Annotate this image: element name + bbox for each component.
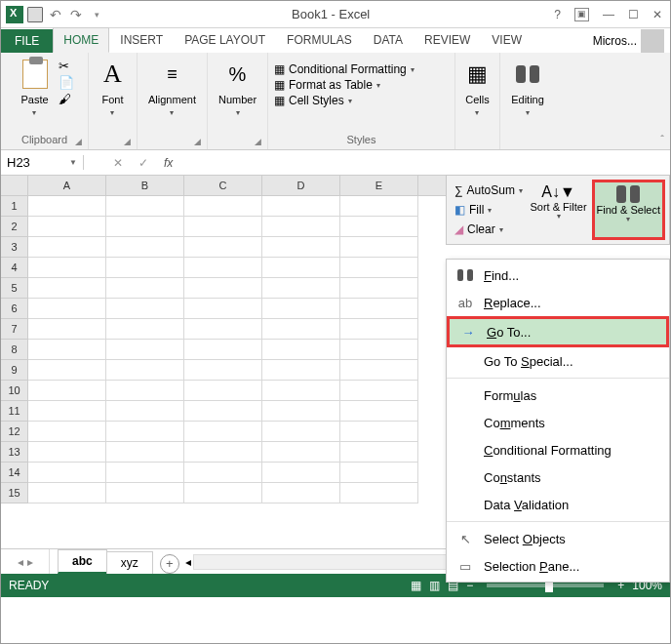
find-select-menu: Find... ab Replace... → Go To... Go To S… [446, 259, 670, 583]
row-header[interactable]: 1 [1, 196, 27, 217]
select-all-corner[interactable] [1, 176, 28, 196]
number-launcher-icon[interactable]: ◢ [255, 137, 261, 146]
view-normal-icon[interactable]: ▦ [411, 579, 421, 592]
collapse-ribbon-icon[interactable]: ˆ [660, 134, 664, 145]
account-menu[interactable]: Micros... [593, 29, 670, 53]
row-header[interactable]: 3 [1, 237, 27, 258]
menu-constants[interactable]: Constants [447, 463, 669, 491]
row-header[interactable]: 8 [1, 340, 27, 360]
column-header[interactable]: E [340, 176, 418, 195]
tab-view[interactable]: VIEW [481, 27, 533, 53]
row-header[interactable]: 10 [1, 381, 27, 401]
help-icon[interactable]: ? [554, 8, 561, 21]
font-launcher-icon[interactable]: ◢ [124, 137, 131, 146]
menu-find[interactable]: Find... [447, 262, 669, 289]
sort-filter-button[interactable]: A↓▼ Sort & Filter▾ [528, 180, 590, 240]
binoculars-icon [614, 184, 642, 204]
binoculars-icon [456, 268, 474, 282]
paste-icon [22, 60, 48, 89]
format-painter-icon[interactable]: 🖌 [59, 92, 74, 106]
column-header[interactable]: C [184, 176, 262, 195]
column-header[interactable]: A [28, 176, 106, 195]
fx-icon[interactable]: fx [164, 156, 173, 170]
column-header[interactable]: B [106, 176, 184, 195]
menu-goto[interactable]: → Go To... [447, 316, 669, 347]
paste-button[interactable]: Paste▾ [16, 57, 55, 120]
cancel-formula-icon[interactable]: ✕ [113, 156, 123, 170]
minimize-icon[interactable]: — [603, 8, 614, 21]
fill-button[interactable]: ◧ Fill ▾ [454, 203, 524, 217]
row-header[interactable]: 5 [1, 278, 27, 299]
group-clipboard: Paste▾ ✂ 📄 🖌 Clipboard◢ [1, 53, 89, 149]
sheet-nav[interactable]: ◂▸ [1, 549, 50, 574]
new-sheet-button[interactable]: + [160, 554, 179, 574]
conditional-formatting-button[interactable]: ▦ Conditional Formatting ▾ [274, 62, 414, 76]
cell-styles-button[interactable]: ▦ Cell Styles ▾ [274, 94, 414, 107]
scroll-left-icon[interactable]: ◂ [185, 555, 191, 569]
row-header[interactable]: 13 [1, 442, 27, 463]
selection-pane-icon: ▭ [456, 559, 474, 574]
arrow-right-icon: → [459, 325, 477, 340]
column-header[interactable]: D [262, 176, 340, 195]
ribbon-display-icon[interactable]: ▣ [574, 8, 589, 21]
name-box-dropdown-icon[interactable]: ▼ [69, 158, 77, 167]
menu-goto-special[interactable]: Go To Special... [447, 347, 669, 375]
font-button[interactable]: A Font▾ [94, 57, 133, 120]
row-header[interactable]: 12 [1, 422, 27, 442]
row-header[interactable]: 15 [1, 483, 27, 503]
menu-formulas[interactable]: Formulas [447, 382, 669, 409]
binoculars-icon [512, 59, 543, 90]
tab-formulas[interactable]: FORMULAS [276, 27, 363, 53]
row-headers[interactable]: 1 2 3 4 5 6 7 8 9 10 11 12 13 14 15 [1, 196, 28, 503]
qat-customize-icon[interactable]: ▾ [87, 5, 106, 24]
sort-filter-label: Sort & Filter [531, 201, 587, 213]
clipboard-launcher-icon[interactable]: ◢ [75, 137, 82, 146]
tab-data[interactable]: DATA [363, 27, 414, 53]
cut-icon[interactable]: ✂ [59, 59, 74, 73]
menu-selection-pane[interactable]: ▭ Selection Pane... [447, 552, 669, 580]
menu-conditional-formatting[interactable]: Conditional Formatting [447, 436, 669, 463]
row-header[interactable]: 11 [1, 401, 27, 422]
alignment-label: Alignment [148, 94, 196, 105]
menu-replace[interactable]: ab Replace... [447, 289, 669, 316]
row-header[interactable]: 6 [1, 299, 27, 319]
tab-review[interactable]: REVIEW [414, 27, 481, 53]
cells-button[interactable]: ▦ Cells▾ [458, 57, 497, 120]
clear-button[interactable]: ◢ Clear ▾ [454, 222, 524, 236]
tab-page-layout[interactable]: PAGE LAYOUT [174, 27, 276, 53]
cell-styles-icon: ▦ [274, 94, 285, 107]
view-page-layout-icon[interactable]: ▥ [429, 579, 440, 592]
name-box[interactable]: H23 ▼ [1, 155, 84, 170]
alignment-launcher-icon[interactable]: ◢ [194, 137, 201, 146]
copy-icon[interactable]: 📄 [59, 75, 74, 90]
maximize-icon[interactable]: ☐ [628, 8, 639, 21]
row-header[interactable]: 2 [1, 217, 27, 237]
menu-data-validation[interactable]: Data Validation [447, 491, 669, 518]
menu-formulas-label: Formulas [484, 388, 536, 403]
menu-select-objects[interactable]: ↖ Select Objects [447, 525, 669, 552]
format-as-table-button[interactable]: ▦ Format as Table ▾ [274, 78, 414, 92]
tab-file[interactable]: FILE [1, 29, 53, 53]
alignment-button[interactable]: ≡ Alignment▾ [144, 57, 200, 120]
enter-formula-icon[interactable]: ✓ [138, 156, 148, 170]
close-icon[interactable]: ✕ [652, 8, 662, 21]
sheet-tab-abc[interactable]: abc [58, 549, 107, 574]
find-select-button[interactable]: Find & Select▾ [592, 180, 665, 240]
menu-comments[interactable]: Comments [447, 409, 669, 436]
save-icon[interactable] [25, 5, 45, 24]
row-header[interactable]: 4 [1, 258, 27, 278]
row-header[interactable]: 14 [1, 463, 27, 483]
redo-icon[interactable]: ↷ [66, 5, 86, 24]
sheet-tab-xyz[interactable]: xyz [106, 551, 153, 574]
editing-button[interactable]: Editing▾ [507, 57, 548, 120]
autosum-button[interactable]: ∑ AutoSum ▾ [454, 183, 524, 197]
row-header[interactable]: 7 [1, 319, 27, 340]
number-button[interactable]: % Number▾ [215, 57, 260, 120]
status-ready: READY [9, 579, 49, 592]
tab-insert[interactable]: INSERT [109, 27, 174, 53]
undo-icon[interactable]: ↶ [46, 5, 65, 24]
row-header[interactable]: 9 [1, 360, 27, 381]
tab-home[interactable]: HOME [53, 27, 109, 53]
font-icon: A [98, 59, 129, 90]
zoom-slider[interactable] [487, 584, 604, 587]
